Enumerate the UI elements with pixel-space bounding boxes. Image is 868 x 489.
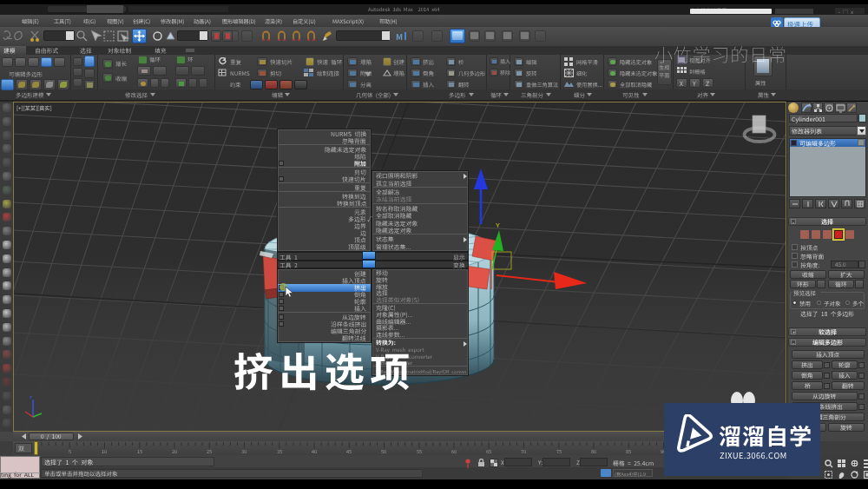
svg-text:z: z	[30, 394, 32, 400]
svg-text:Y: Y	[496, 222, 500, 228]
